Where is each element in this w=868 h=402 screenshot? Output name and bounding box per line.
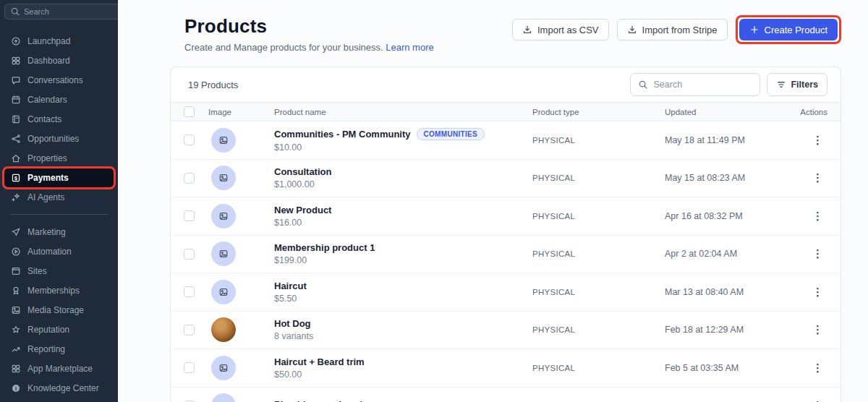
sidebar-item-label: App Marketplace — [27, 364, 93, 374]
product-updated: Mar 13 at 08:40 AM — [652, 287, 784, 297]
column-header-product-name: Product name — [261, 108, 519, 116]
product-price: $199.00 — [274, 255, 519, 265]
product-updated: May 15 at 08:23 AM — [652, 173, 784, 183]
product-type: PHYSICAL — [519, 174, 652, 182]
plus-icon — [749, 25, 760, 35]
page-subtitle: Create and Manage products for your busi… — [184, 42, 434, 53]
product-price: $10.00 — [274, 142, 519, 153]
sidebar-item-label: Marketing — [27, 227, 66, 237]
import-csv-button[interactable]: Import as CSV — [512, 19, 609, 40]
product-name: Communities - PM Community — [274, 129, 411, 140]
product-badge: COMMUNITIES — [417, 128, 485, 140]
product-price: 8 variants — [274, 331, 519, 341]
column-header-updated: Updated — [652, 108, 784, 116]
page-header: Products Create and Manage products for … — [170, 0, 841, 53]
row-actions-menu-icon[interactable]: ⋮ — [808, 360, 827, 375]
row-checkbox[interactable] — [184, 325, 195, 335]
download-icon — [522, 25, 532, 35]
table-header-row: Image Product name Product type Updated … — [171, 102, 841, 121]
svg-text:$: $ — [14, 175, 17, 181]
learn-more-link[interactable]: Learn more — [386, 42, 433, 53]
sidebar-item-reputation[interactable]: Reputation — [4, 320, 114, 339]
row-actions-menu-icon[interactable]: ⋮ — [808, 132, 827, 147]
sidebar-item-dashboard[interactable]: Dashboard — [4, 51, 114, 70]
select-all-checkbox[interactable] — [184, 106, 195, 117]
sidebar-item-marketing[interactable]: Marketing — [4, 223, 114, 241]
row-checkbox[interactable] — [184, 134, 195, 145]
import-stripe-button[interactable]: Import from Stripe — [617, 19, 728, 40]
product-price: $1,000.00 — [274, 179, 519, 189]
sidebar: ⌘ K Launchpad Dashboard Conversations Ca… — [0, 0, 118, 402]
sidebar-item-label: Contacts — [27, 114, 61, 124]
table-row: Haircut + Beard trim $50.00 PHYSICAL Feb… — [171, 349, 841, 388]
sidebar-item-reporting[interactable]: Reporting — [4, 340, 114, 359]
row-actions-menu-icon[interactable]: ⋮ — [808, 398, 827, 402]
main-content: Products Create and Manage products for … — [118, 0, 868, 402]
products-count: 19 Products — [188, 80, 238, 90]
product-type: PHYSICAL — [519, 288, 652, 296]
reporting-icon — [10, 344, 21, 354]
table-row: Haircut $5.50 PHYSICAL Mar 13 at 08:40 A… — [171, 273, 841, 312]
search-icon — [10, 7, 20, 17]
ai-agents-icon — [10, 192, 21, 202]
search-icon — [638, 80, 648, 90]
sidebar-item-automation[interactable]: Automation — [4, 242, 114, 261]
create-product-button[interactable]: Create Product — [739, 19, 838, 40]
sidebar-item-label: Launchpad — [27, 36, 70, 46]
row-actions-menu-icon[interactable]: ⋮ — [808, 208, 827, 223]
sidebar-item-label: Automation — [27, 247, 72, 257]
filters-button[interactable]: Filters — [767, 73, 827, 96]
sidebar-item-calendars[interactable]: Calendars — [4, 90, 114, 109]
product-type: PHYSICAL — [519, 212, 652, 221]
card-toolbar: 19 Products Filters — [171, 67, 841, 102]
sidebar-item-contacts[interactable]: Contacts — [4, 110, 114, 129]
product-image — [211, 280, 236, 304]
product-price: $16.00 — [274, 218, 519, 228]
table-row: Membership product 1 $199.00 PHYSICAL Ap… — [171, 236, 841, 274]
product-image — [211, 241, 236, 266]
product-image — [211, 356, 236, 380]
svg-text:i: i — [14, 385, 16, 391]
sidebar-item-label: Memberships — [27, 286, 80, 296]
sidebar-item-label: Reporting — [27, 344, 65, 354]
table-row: Communities - PM Community COMMUNITIES $… — [171, 121, 841, 160]
sidebar-search-input[interactable] — [24, 7, 127, 16]
row-checkbox[interactable] — [184, 173, 195, 184]
calendars-icon — [10, 95, 21, 105]
sidebar-item-label: Opportunities — [27, 134, 79, 144]
sidebar-item-memberships[interactable]: Memberships — [4, 281, 114, 300]
sidebar-item-media-storage[interactable]: Media Storage — [4, 301, 114, 320]
payments-icon: $ — [10, 173, 21, 183]
sidebar-item-launchpad[interactable]: Launchpad — [4, 32, 114, 51]
launchpad-icon — [10, 36, 21, 46]
row-checkbox[interactable] — [184, 362, 195, 373]
sidebar-item-sites[interactable]: Sites — [4, 262, 114, 281]
row-checkbox[interactable] — [184, 210, 195, 221]
row-actions-menu-icon[interactable]: ⋮ — [808, 322, 827, 337]
sidebar-item-knowledge-center[interactable]: i Knowledge Center — [4, 379, 114, 398]
product-name: Consultation — [274, 166, 331, 177]
row-actions-menu-icon[interactable]: ⋮ — [808, 246, 827, 261]
row-checkbox[interactable] — [184, 249, 195, 260]
row-actions-menu-icon[interactable]: ⋮ — [808, 170, 827, 185]
sidebar-item-opportunities[interactable]: Opportunities — [4, 129, 114, 148]
sidebar-item-label: Conversations — [27, 75, 83, 85]
sidebar-item-conversations[interactable]: Conversations — [4, 71, 114, 90]
row-checkbox[interactable] — [184, 286, 195, 297]
product-name: Haircut — [274, 281, 307, 291]
properties-icon — [10, 153, 21, 163]
table-search[interactable] — [630, 73, 760, 96]
create-product-highlight: Create Product — [736, 15, 841, 44]
download-icon — [627, 25, 637, 35]
table-search-input[interactable] — [653, 80, 752, 90]
product-updated: Apr 16 at 08:32 PM — [652, 211, 784, 221]
dashboard-icon — [10, 56, 21, 66]
memberships-icon — [10, 286, 21, 296]
sidebar-item-ai-agents[interactable]: AI Agents — [4, 188, 114, 207]
sidebar-item-payments[interactable]: $ Payments — [4, 168, 114, 187]
row-actions-menu-icon[interactable]: ⋮ — [808, 284, 827, 299]
sidebar-item-properties[interactable]: Properties — [4, 149, 114, 168]
sidebar-item-app-marketplace[interactable]: App Marketplace — [4, 359, 114, 378]
conversations-icon — [10, 75, 21, 85]
table-row: Plumbing service charge PHYSICAL ⋮ — [171, 388, 841, 402]
